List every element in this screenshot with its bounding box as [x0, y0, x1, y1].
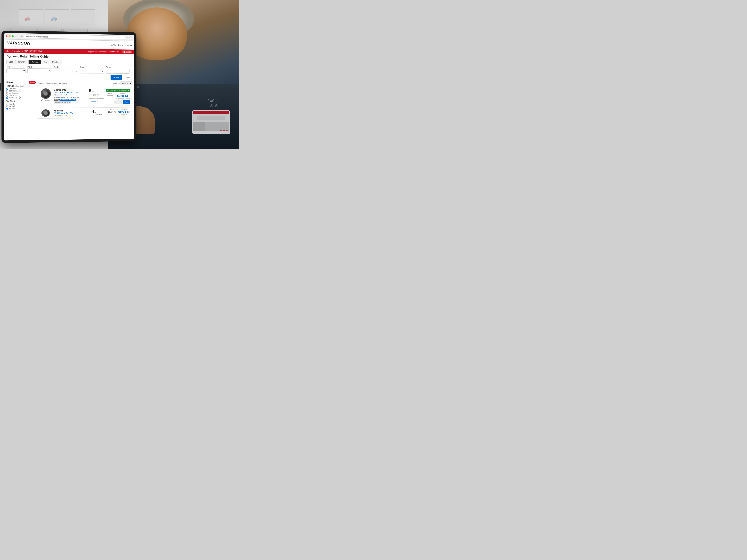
promo-button-0[interactable]: Buy 3 get 1 for $1.00 Promotion ▼: [105, 89, 130, 92]
tire-size-check-4[interactable]: [6, 97, 8, 99]
stock-sub-1: hand as of: [92, 114, 105, 115]
stock-label-0: on: [92, 91, 94, 92]
browser-back-btn[interactable]: ‹: [15, 35, 17, 38]
tire-size-filter-item-1: 215/55ZR17 (1): [6, 90, 36, 92]
badge-warranty-0: Warranty: 40,000 Miles: [54, 101, 71, 104]
retail-price-0: $580.15: [107, 95, 113, 96]
tire-size-filter-item-3: 225/45ZR18 (1): [6, 95, 36, 96]
results-count: Showing 26 out of 34 items (8 hidden): [38, 82, 70, 84]
feedback-label: Feedback: [114, 44, 123, 46]
make-select[interactable]: [27, 68, 52, 73]
tire-size-filter-title: Tire Size (show only): [6, 85, 36, 87]
product-name-0[interactable]: CONTIPROCONTACT BW: [54, 91, 87, 94]
option-select[interactable]: [106, 69, 130, 74]
we-stock-radio-2[interactable]: [6, 108, 8, 110]
stock-number-0: 5: [89, 88, 91, 93]
installed-label-1: Installed*: [118, 109, 130, 110]
form-row-labels: Year Make Model Trim: [6, 66, 132, 74]
add-row-0: 4 Add: [105, 100, 130, 104]
sorted-by-label: Sorted by: [112, 82, 120, 84]
quote-button[interactable]: 📋 Quote: [122, 50, 132, 53]
we-stock-filter-group: We Stock Yes (0) No (34) A: [6, 100, 36, 110]
product-image-1: [40, 109, 52, 117]
we-stock-filter-title: We Stock: [6, 100, 36, 103]
installed-label-0: Installed*: [115, 93, 130, 95]
browser-close-tab[interactable]: ×: [129, 36, 130, 39]
stock-label-1: on: [95, 111, 96, 113]
browser-reload-btn[interactable]: ↻: [21, 35, 23, 38]
tab-size[interactable]: Size: [6, 60, 16, 64]
retail-price-1: $1004.40: [108, 111, 116, 113]
compare-checkbox-0[interactable]: [42, 100, 43, 101]
product-name-1[interactable]: PRIMACY MXV4 BW: [54, 112, 90, 114]
warehouse-label-0: Warehouse availability: [89, 98, 104, 100]
tire-image-1: [42, 109, 50, 117]
results-bar: Showing 26 out of 34 items (8 hidden) So…: [38, 81, 132, 85]
add-button-0[interactable]: Add: [123, 100, 130, 104]
sort-select[interactable]: Default: [121, 81, 132, 85]
brand-name-0: Continental: [54, 88, 87, 91]
tire-size-check-2[interactable]: [6, 92, 8, 94]
installed-note-0: Includes tax and promotion: [115, 98, 130, 99]
menu-button[interactable]: ≡ Menu: [125, 44, 132, 46]
badge-road-0: Road Hazard Included: [59, 99, 76, 101]
tire-size-check-3[interactable]: [6, 95, 8, 97]
stock-info-1: 4 on hand as of: [92, 109, 105, 116]
installed-price-0: $758.13: [115, 94, 130, 98]
tab-vin[interactable]: VIN: [41, 60, 50, 64]
tire-size-subtitle: (show only): [15, 85, 24, 87]
search-button[interactable]: Search: [110, 75, 122, 80]
stock-info-0: 5 on hand as of 9:21 a.m. Warehouse avai…: [89, 88, 104, 104]
logo-harrison-text: HARRISON: [6, 41, 30, 45]
check-button-0[interactable]: Check: [89, 100, 98, 103]
parts-portal-link[interactable]: Parts Portal: [109, 51, 119, 53]
tire-size-filter-item-0: 215/55R17 (17): [6, 88, 36, 89]
installed-note-1: Includes tax: [118, 114, 130, 115]
inspections-dashboard-link[interactable]: Inspections Dashboard: [88, 51, 107, 53]
quote-label: Quote: [126, 51, 131, 53]
make-label: Make: [27, 66, 52, 68]
browser-forward-btn[interactable]: ›: [18, 35, 20, 38]
trim-select[interactable]: [80, 69, 104, 73]
compare-label-0: Compare: [42, 100, 50, 101]
installed-price-1: $1224.80: [118, 110, 130, 114]
product-specs-1: P215/55R17 | 93V: [54, 114, 90, 116]
browser-address-bar[interactable]: harrisonautomall.com/tires: [24, 34, 125, 39]
tab-vehicle[interactable]: Vehicle: [29, 60, 41, 64]
model-select[interactable]: [54, 69, 78, 74]
browser-maximize[interactable]: [12, 35, 14, 37]
sort-control: Sorted by Default: [112, 81, 132, 85]
year-label: Year: [6, 66, 25, 68]
tab-skupn[interactable]: SKU/PN: [16, 60, 29, 64]
product-image-0: Compare: [40, 88, 52, 105]
feedback-button[interactable]: 💬 Feedback: [111, 44, 123, 46]
browser-new-tab[interactable]: +: [131, 36, 133, 39]
year-select[interactable]: [6, 68, 25, 73]
stock-sub-0: hand as of: [89, 93, 104, 95]
model-label: Model: [54, 66, 78, 68]
retail-label-0: Retail: [107, 93, 113, 95]
option-group: Option: [106, 66, 130, 74]
product-info-1: Michelin PRIMACY MXV4 BW P215/55R17 | 93…: [54, 109, 90, 117]
we-stock-radio-1[interactable]: [6, 105, 8, 107]
product-card-1: Michelin PRIMACY MXV4 BW P215/55R17 | 93…: [38, 107, 132, 118]
browser-menu-icon[interactable]: ≡: [126, 36, 128, 39]
we-stock-radio-0[interactable]: [6, 103, 8, 105]
tire-size-check-0[interactable]: [6, 88, 8, 89]
we-stock-filter-item-2: All (34): [6, 108, 36, 110]
installed-price-col-1: Installed* $1224.80 Includes tax: [118, 109, 130, 115]
product-card-0: Compare Continental CONTIPROCONTACT BW P…: [38, 87, 132, 106]
product-sku-0: SKU: 1549042 PN: OETIR02923: [54, 96, 87, 98]
reset-filters-button[interactable]: Reset: [29, 81, 36, 84]
retail-label-1: Retail: [108, 109, 116, 111]
we-stock-filter-item-1: No (34): [6, 105, 36, 107]
site-logo[interactable]: HARRISON auto mall: [6, 41, 30, 47]
browser-close[interactable]: [6, 35, 7, 37]
model-group: Model: [54, 66, 78, 74]
clear-button[interactable]: Clear: [123, 75, 132, 80]
tire-size-check-1[interactable]: [6, 90, 8, 92]
tab-product[interactable]: Product: [50, 60, 62, 64]
browser-minimize[interactable]: [9, 35, 11, 37]
qty-select-0[interactable]: 4: [114, 100, 122, 104]
tablet-device: ‹ › ↻ harrisonautomall.com/tires ≡ × + H…: [2, 31, 136, 142]
